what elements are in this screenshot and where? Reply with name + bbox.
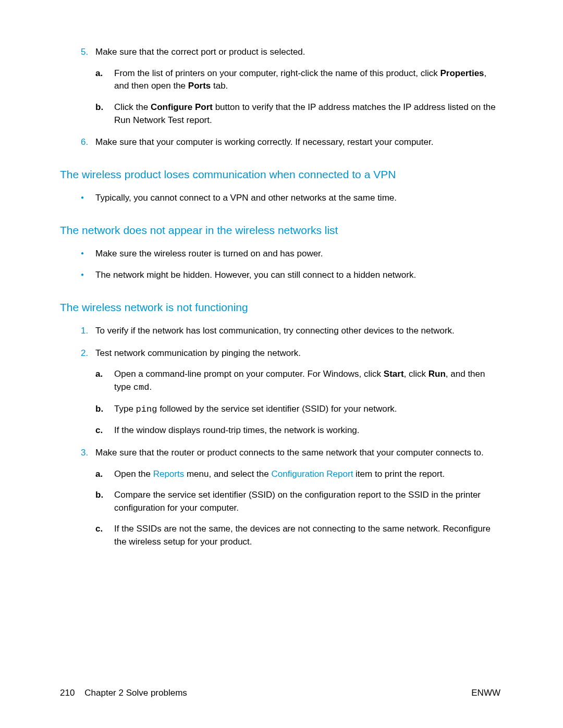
footer-right: ENWW xyxy=(471,687,500,700)
text: Open a command-line prompt on your compu… xyxy=(114,369,384,379)
bold: Ports xyxy=(188,81,211,91)
sub-item-c: c. If the SSIDs are not the same, the de… xyxy=(114,523,500,548)
bullet-item: Make sure the wireless router is turned … xyxy=(95,248,500,261)
sub-marker: c. xyxy=(95,523,103,536)
mono: cmd xyxy=(133,382,150,392)
text: followed by the service set identifier (… xyxy=(157,404,397,414)
sub-marker: c. xyxy=(95,424,103,437)
functioning-numbered-list: 1. To verify if the network has lost com… xyxy=(60,325,500,549)
text: If the SSIDs are not the same, the devic… xyxy=(114,524,491,547)
text: Typically, you cannot connect to a VPN a… xyxy=(95,193,397,203)
heading-network-list: The network does not appear in the wirel… xyxy=(60,223,500,238)
bullet-list-network: Make sure the wireless router is turned … xyxy=(60,248,500,281)
chapter-title: Chapter 2 Solve problems xyxy=(84,688,187,698)
bold: Run xyxy=(429,369,446,379)
list-item-1: 1. To verify if the network has lost com… xyxy=(95,325,500,338)
sub-marker: a. xyxy=(95,468,103,481)
sub-marker: b. xyxy=(95,403,103,416)
item-text: Make sure that the correct port or produ… xyxy=(95,47,305,57)
item-text: To verify if the network has lost commun… xyxy=(95,326,455,336)
list-marker: 5. xyxy=(81,46,88,59)
item-text: Test network communication by pinging th… xyxy=(95,348,301,358)
text: Open the xyxy=(114,469,153,479)
sub-marker: b. xyxy=(95,101,103,114)
list-marker: 6. xyxy=(81,136,88,149)
list-item-6: 6. Make sure that your computer is worki… xyxy=(95,136,500,149)
text: item to print the report. xyxy=(353,469,445,479)
list-item-3: 3. Make sure that the router or product … xyxy=(95,447,500,549)
text: If the window displays round-trip times,… xyxy=(114,425,360,435)
sub-marker: a. xyxy=(95,67,103,80)
sub-item-a: a. From the list of printers on your com… xyxy=(114,67,500,93)
text: The network might be hidden. However, yo… xyxy=(95,270,416,280)
text: , click xyxy=(404,369,429,379)
bullet-item: Typically, you cannot connect to a VPN a… xyxy=(95,192,500,205)
list-marker: 3. xyxy=(81,447,88,460)
page-footer: 210 Chapter 2 Solve problems ENWW xyxy=(60,687,500,700)
text: menu, and select the xyxy=(184,469,271,479)
link-config-report: Configuration Report xyxy=(271,469,353,479)
sub-item-a: a. Open the Reports menu, and select the… xyxy=(114,468,500,481)
text: From the list of printers on your comput… xyxy=(114,68,440,78)
sub-item-b: b. Click the Configure Port button to ve… xyxy=(114,101,500,127)
page-number: 210 xyxy=(60,688,75,698)
item-text: Make sure that your computer is working … xyxy=(95,137,433,147)
sub-item-b: b. Type ping followed by the service set… xyxy=(114,403,500,416)
heading-not-functioning: The wireless network is not functioning xyxy=(60,300,500,315)
mono: ping xyxy=(136,404,157,414)
sub-item-b: b. Compare the service set identifier (S… xyxy=(114,489,500,514)
heading-vpn: The wireless product loses communication… xyxy=(60,167,500,182)
list-item-5: 5. Make sure that the correct port or pr… xyxy=(95,46,500,127)
text: Click the xyxy=(114,102,151,112)
sub-list: a. Open the Reports menu, and select the… xyxy=(95,468,500,549)
sub-item-a: a. Open a command-line prompt on your co… xyxy=(114,368,500,394)
sub-marker: a. xyxy=(95,368,103,381)
text: . xyxy=(149,382,152,392)
link-reports: Reports xyxy=(153,469,185,479)
text: tab. xyxy=(211,81,228,91)
list-marker: 1. xyxy=(81,325,88,338)
sub-list: a. From the list of printers on your com… xyxy=(95,67,500,127)
footer-left: 210 Chapter 2 Solve problems xyxy=(60,687,187,700)
bullet-item: The network might be hidden. However, yo… xyxy=(95,269,500,282)
sub-marker: b. xyxy=(95,489,103,502)
continued-numbered-list: 5. Make sure that the correct port or pr… xyxy=(60,46,500,149)
list-item-2: 2. Test network communication by pinging… xyxy=(95,347,500,437)
bold: Configure Port xyxy=(151,102,213,112)
list-marker: 2. xyxy=(81,347,88,360)
item-text: Make sure that the router or product con… xyxy=(95,448,484,458)
text: Make sure the wireless router is turned … xyxy=(95,249,323,258)
sub-list: a. Open a command-line prompt on your co… xyxy=(95,368,500,437)
bold: Start xyxy=(384,369,404,379)
bullet-list-vpn: Typically, you cannot connect to a VPN a… xyxy=(60,192,500,205)
text: Compare the service set identifier (SSID… xyxy=(114,490,481,513)
bold: Properties xyxy=(440,68,484,78)
text: Type xyxy=(114,404,136,414)
sub-item-c: c. If the window displays round-trip tim… xyxy=(114,424,500,437)
